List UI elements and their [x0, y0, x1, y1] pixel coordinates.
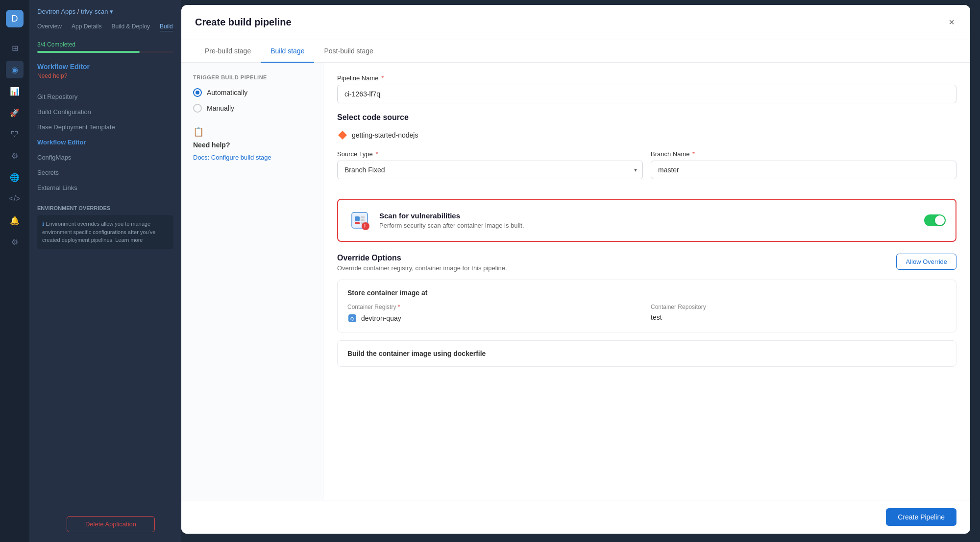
radio-manually[interactable]: [193, 104, 202, 113]
right-panel: Pipeline Name * Select code source getti…: [323, 63, 970, 517]
nav-icon-dashboard[interactable]: ⊞: [6, 39, 24, 57]
help-title: Need help?: [193, 141, 311, 149]
allow-override-button[interactable]: Allow Override: [896, 254, 956, 270]
workflow-editor-title[interactable]: Workflow Editor: [37, 63, 173, 71]
modal-footer: Create Pipeline: [181, 500, 970, 534]
trigger-title: TRIGGER BUILD PIPELINE: [193, 74, 311, 80]
pipeline-name-input[interactable]: [337, 85, 956, 103]
trigger-manually-label: Manually: [207, 104, 234, 112]
nav-icon-notify[interactable]: 🔔: [6, 212, 24, 229]
scan-toggle[interactable]: [924, 214, 946, 226]
breadcrumb-app[interactable]: Devtron Apps: [37, 8, 75, 15]
help-link[interactable]: Docs: Configure build stage: [193, 154, 271, 161]
left-nav-secrets[interactable]: Secrets: [37, 165, 173, 180]
store-container-title: Store container image at: [347, 289, 946, 297]
app-logo: D: [6, 10, 24, 27]
tab-build[interactable]: Build: [160, 23, 173, 31]
code-source-icon: [337, 130, 348, 141]
tab-build-deploy[interactable]: Build & Deploy: [111, 23, 150, 31]
source-type-select[interactable]: Branch Fixed Branch Regex Tag Regex: [337, 161, 643, 179]
progress-section: 3/4 Completed: [37, 41, 173, 53]
store-container-fields: Container Registry * Q devtron-quay: [347, 304, 946, 323]
container-registry-field: Container Registry * Q devtron-quay: [347, 304, 643, 323]
tab-overview[interactable]: Overview: [37, 23, 62, 31]
help-section: 📋 Need help? Docs: Configure build stage: [193, 126, 311, 162]
container-registry-value: Q devtron-quay: [347, 313, 643, 323]
nav-icon-env[interactable]: ⚙: [6, 147, 24, 165]
create-pipeline-button[interactable]: Create Pipeline: [886, 508, 956, 526]
trigger-manually[interactable]: Manually: [193, 104, 311, 113]
scan-title: Scan for vulnerabilities: [379, 212, 916, 220]
scan-vulnerabilities-box: ! Scan for vulnerabilities Perform secur…: [337, 199, 956, 242]
tab-build-stage[interactable]: Build stage: [261, 40, 314, 63]
left-nav-external-links[interactable]: External Links: [37, 180, 173, 195]
close-button[interactable]: ×: [947, 15, 956, 30]
breadcrumb: Devtron Apps / trivy-scan ▾: [37, 8, 173, 15]
trigger-automatically[interactable]: Automatically: [193, 88, 311, 97]
tab-post-build[interactable]: Post-build stage: [314, 40, 383, 63]
container-registry-name: devtron-quay: [361, 314, 401, 322]
nav-icon-code[interactable]: </>: [6, 190, 24, 208]
svg-rect-2: [355, 216, 360, 221]
breadcrumb-project[interactable]: trivy-scan: [81, 8, 108, 15]
modal-title: Create build pipeline: [195, 17, 292, 28]
left-nav-base-deployment[interactable]: Base Deployment Template: [37, 119, 173, 135]
env-overrides-title: ENVIRONMENT OVERRIDES: [37, 205, 173, 211]
delete-application-button[interactable]: Delete Application: [67, 516, 155, 532]
breadcrumb-sep: /: [77, 8, 81, 15]
branch-name-input[interactable]: [651, 161, 956, 179]
branch-name-label: Branch Name *: [651, 150, 956, 158]
override-title: Override Options: [337, 254, 507, 262]
svg-text:Q: Q: [350, 316, 354, 321]
modal-body: TRIGGER BUILD PIPELINE Automatically Man…: [181, 63, 970, 517]
create-pipeline-modal: Create build pipeline × Pre-build stage …: [181, 5, 970, 534]
env-overrides-text: Environment overrides allow you to manag…: [42, 221, 155, 243]
nav-icon-global[interactable]: 🌐: [6, 168, 24, 186]
required-asterisk: *: [381, 74, 384, 82]
nav-icon-settings[interactable]: ⚙: [6, 233, 24, 251]
scan-icon: !: [348, 209, 371, 232]
source-type-label: Source Type *: [337, 150, 643, 158]
svg-rect-4: [361, 216, 365, 218]
code-source-name: getting-started-nodejs: [352, 131, 418, 139]
nav-icon-apps[interactable]: ◉: [6, 61, 24, 78]
stage-tabs: Pre-build stage Build stage Post-build s…: [181, 40, 970, 63]
dockerfile-title: Build the container image using dockerfi…: [347, 350, 946, 357]
override-title-block: Override Options Override container regi…: [337, 254, 507, 272]
svg-marker-0: [338, 131, 347, 140]
nav-icon-chart[interactable]: 📊: [6, 82, 24, 100]
trigger-automatically-label: Automatically: [207, 89, 247, 96]
store-container-box: Store container image at Container Regis…: [337, 280, 956, 332]
override-options-header: Override Options Override container regi…: [337, 254, 956, 272]
tab-pre-build[interactable]: Pre-build stage: [195, 40, 261, 63]
left-nav-git-repository[interactable]: Git Repository: [37, 89, 173, 104]
registry-required: *: [398, 304, 400, 310]
nav-icon-deployment[interactable]: 🚀: [6, 104, 24, 121]
pipeline-name-group: Pipeline Name *: [337, 74, 956, 103]
quay-icon: Q: [347, 313, 357, 323]
left-nav-build-configuration[interactable]: Build Configuration: [37, 104, 173, 119]
pipeline-name-label: Pipeline Name *: [337, 74, 956, 82]
tab-app-details[interactable]: App Details: [72, 23, 101, 31]
left-nav-workflow-editor[interactable]: Workflow Editor: [37, 135, 173, 150]
select-code-source-title: Select code source: [337, 113, 956, 122]
need-help-label[interactable]: Need help?: [37, 72, 173, 79]
radio-automatically[interactable]: [193, 88, 202, 97]
source-type-group: Source Type * Branch Fixed Branch Regex …: [337, 150, 643, 179]
svg-text:!: !: [364, 224, 366, 229]
container-repo-field: Container Repository test: [651, 304, 946, 323]
progress-label: 3/4 Completed: [37, 41, 173, 48]
left-panel: TRIGGER BUILD PIPELINE Automatically Man…: [181, 63, 323, 517]
left-nav-configmaps[interactable]: ConfigMaps: [37, 150, 173, 165]
app-nav-tabs: Overview App Details Build & Deploy Buil…: [37, 23, 173, 31]
container-repo-value: test: [651, 313, 946, 321]
icon-sidebar: D ⊞ ◉ 📊 🚀 🛡 ⚙ 🌐 </> 🔔 ⚙: [0, 0, 29, 542]
svg-rect-5: [361, 219, 365, 221]
svg-rect-3: [355, 222, 360, 224]
container-repo-label: Container Repository: [651, 304, 946, 310]
modal-header: Create build pipeline ×: [181, 5, 970, 40]
nav-icon-security[interactable]: 🛡: [6, 125, 24, 143]
source-type-select-wrapper: Branch Fixed Branch Regex Tag Regex ▾: [337, 161, 643, 179]
scan-desc: Perform security scan after container im…: [379, 222, 916, 229]
breadcrumb-dropdown-icon[interactable]: ▾: [110, 8, 113, 15]
